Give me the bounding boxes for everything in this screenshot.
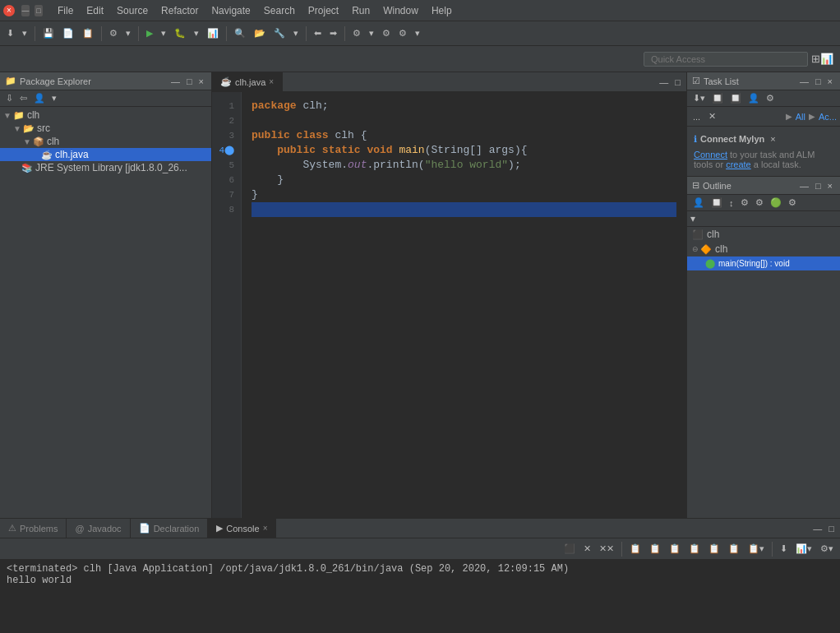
menu-run[interactable]: Run [345,3,376,18]
outline-item-clh-obj[interactable]: ⊖ 🔶 clh [687,242,840,256]
menu-edit[interactable]: Edit [80,3,110,18]
toolbar-run-drop[interactable]: ▾ [158,26,169,40]
task-ac-link[interactable]: Ac... [819,112,837,122]
package-explorer-close[interactable]: × [196,76,206,87]
view-button[interactable]: 📊 [820,53,833,65]
outline-btn-c[interactable]: ↕ [727,197,736,209]
outline-close[interactable]: × [825,180,835,192]
code-content[interactable]: package clh; public class clh { public s… [242,92,686,518]
editor-max[interactable]: □ [672,76,683,88]
outline-btn-a[interactable]: 👤 [690,196,707,209]
toolbar-run[interactable]: ▶ [143,26,156,40]
bottom-min[interactable]: — [810,523,824,534]
task-filter-clear[interactable]: ... [690,111,703,122]
task-settings[interactable]: ⚙ [764,92,777,104]
console-select-btn[interactable]: 📋 [666,542,684,556]
code-editor[interactable]: 1 2 3 4⬤ 5 6 7 8 package clh; public cla… [212,92,686,518]
mylyn-create-link[interactable]: create [726,159,751,169]
editor-tab-close[interactable]: × [269,77,274,86]
toolbar-btn-b[interactable]: ▾ [366,26,377,40]
outline-max[interactable]: □ [813,180,824,192]
toolbar-search[interactable]: 🔍 [231,26,249,40]
close-button[interactable]: × [3,5,15,16]
tree-item-src[interactable]: ▼ 📂 src [0,122,211,135]
package-explorer-max[interactable]: □ [184,76,195,87]
outline-btn-b[interactable]: 🔲 [708,196,725,209]
menu-help[interactable]: Help [425,3,459,18]
tree-item-clh-java[interactable]: ▶ ☕ clh.java [0,148,211,161]
editor-tab-clh[interactable]: ☕ clh.java × [212,72,283,91]
toolbar-save-all[interactable]: 📄 [59,26,77,40]
toolbar-btn-d[interactable]: ⚙ [395,26,410,40]
task-view-b[interactable]: 🔲 [727,92,744,104]
menu-search[interactable]: Search [257,3,302,18]
toolbar-open-resource[interactable]: 📂 [251,26,269,40]
task-user-btn[interactable]: 👤 [745,92,762,104]
menu-source[interactable]: Source [110,3,155,18]
console-clear-all-btn[interactable]: ✕✕ [596,542,617,556]
task-filter-x[interactable]: ✕ [706,110,718,122]
toolbar-save[interactable]: 💾 [39,26,58,40]
menu-project[interactable]: Project [302,3,345,18]
toolbar-btn-e[interactable]: ▾ [412,26,423,40]
toolbar-debug-drop[interactable]: ▾ [191,26,202,40]
toolbar-debug[interactable]: 🐛 [171,26,189,40]
tree-item-jre[interactable]: ▶ 📚 JRE System Library [jdk1.8.0_26... [0,161,211,174]
tree-item-clh-pkg[interactable]: ▼ 📦 clh [0,135,211,148]
outline-item-main[interactable]: ⬤ main(String[]) : void [687,256,840,270]
toolbar-next-annotation[interactable]: 🔧 [270,26,288,40]
toolbar-btn-c[interactable]: ⚙ [379,26,394,40]
quick-access-input[interactable] [644,52,808,67]
outline-item-clh-class[interactable]: ⬛ clh [687,227,840,242]
toolbar-next-annotation-drop[interactable]: ▾ [290,26,302,40]
task-list-min[interactable]: — [797,76,811,87]
editor-min[interactable]: — [657,76,671,88]
package-explorer-min[interactable]: — [168,76,182,87]
menu-refactor[interactable]: Refactor [155,3,205,18]
tab-declaration[interactable]: 📄 Declaration [131,519,209,538]
mylyn-connect-link[interactable]: Connect [694,150,727,159]
minimize-button[interactable]: — [21,5,30,16]
toolbar-print[interactable]: 📋 [79,26,97,40]
toolbar-new-drop[interactable]: ▾ [19,26,30,40]
task-list-max[interactable]: □ [813,76,824,87]
console-find-btn[interactable]: 📋 [685,542,704,556]
toolbar-new[interactable]: ⬇ [3,26,17,40]
collapse-all-btn[interactable]: ⇩ [3,92,16,104]
console-clear-btn[interactable]: ✕ [580,542,594,556]
console-stop-btn[interactable]: ⬛ [561,542,579,556]
console-tab-close[interactable]: × [263,524,268,533]
tab-javadoc[interactable]: @ Javadoc [67,519,130,538]
toolbar-btn-a[interactable]: ⚙ [349,26,364,40]
outline-min[interactable]: — [797,180,811,192]
task-view-a[interactable]: 🔲 [709,92,726,104]
outline-btn-g[interactable]: ⚙ [786,196,799,209]
console-menu-btn[interactable]: ⚙▾ [817,542,837,556]
task-list-close[interactable]: × [825,76,835,87]
console-output-btn[interactable]: ⬇ [777,542,791,556]
menu-navigate[interactable]: Navigate [205,3,256,18]
outline-btn-f[interactable]: 🟢 [768,196,784,209]
view-menu-drop[interactable]: ▾ [49,92,59,104]
console-view-btn[interactable]: 📊▾ [792,542,815,556]
outline-btn-e[interactable]: ⚙ [753,196,766,209]
console-scroll-btn[interactable]: 📋 [725,542,743,556]
menu-window[interactable]: Window [376,3,425,18]
tree-item-clh-project[interactable]: ▼ 📁 clh [0,109,211,122]
view-menu-btn[interactable]: 👤 [31,92,48,104]
console-scroll-drop[interactable]: 📋▾ [745,542,768,556]
toolbar-next[interactable]: ➡ [326,26,340,40]
task-all-link[interactable]: All [796,112,805,122]
menu-file[interactable]: File [51,3,80,18]
toolbar-previous[interactable]: ⬅ [311,26,325,40]
bottom-max[interactable]: □ [826,523,837,534]
task-new-btn[interactable]: ⬇▾ [690,92,708,104]
perspective-button[interactable]: ⊞ [811,53,820,65]
outline-btn-d[interactable]: ⚙ [738,196,751,209]
maximize-button[interactable]: □ [35,5,43,16]
tab-console[interactable]: ▶ Console × [208,519,276,538]
console-wraplines-btn[interactable]: 📋 [705,542,723,556]
mylyn-close[interactable]: × [768,133,778,145]
tab-problems[interactable]: ⚠ Problems [0,519,67,538]
toolbar-settings-drop[interactable]: ▾ [122,26,134,40]
